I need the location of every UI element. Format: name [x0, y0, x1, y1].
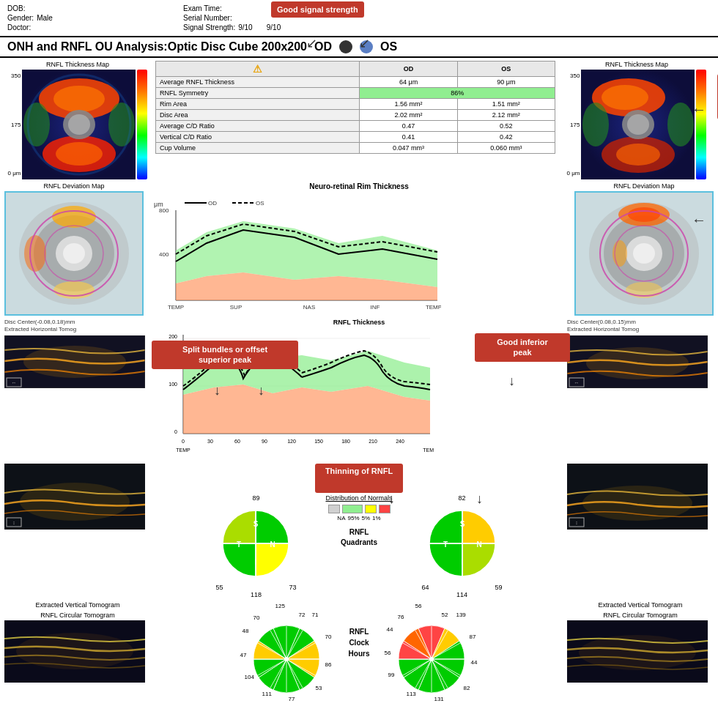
table-cell-od-avg: 64 μm: [360, 77, 457, 88]
svg-text:I: I: [461, 558, 463, 566]
vert-tomogram-left-label: Extracted Vertical Tomogram: [4, 601, 151, 609]
quadrant-left-n: 73: [289, 584, 296, 591]
legend-1: 1%: [372, 515, 381, 521]
table-cell-label: Disc Area: [156, 110, 360, 121]
signal-arrow-right: ↙: [359, 35, 370, 51]
svg-text:↕: ↕: [12, 520, 15, 525]
svg-text:↕: ↕: [575, 520, 578, 525]
scale-top-left: 350: [8, 73, 21, 79]
svg-text:120: 120: [287, 439, 296, 444]
svg-point-134: [429, 657, 434, 661]
svg-text:TEMP: TEMP: [423, 447, 434, 453]
header-left: DOB: Gender: Male Doctor:: [7, 4, 139, 31]
vert-tomogram-right: ↕: [567, 464, 708, 530]
svg-text:0: 0: [182, 439, 185, 444]
svg-point-121: [284, 657, 289, 661]
svg-text:↔: ↔: [574, 380, 580, 385]
legend-title: Distribution of Normals: [325, 494, 392, 502]
svg-point-2: [53, 86, 105, 112]
legend-na: NA: [337, 515, 345, 521]
quadrant-right-t: 59: [495, 584, 503, 591]
disc-center-right: Disc Center(0.08,0.15)mmExtracted Horizo…: [567, 319, 714, 334]
scale-mid-right: 175: [567, 122, 580, 128]
deviation-map-left-container: RNFL Deviation Map: [4, 182, 144, 316]
rnfl-map-right-container: RNFL Thickness Map 350 175 0 μm: [560, 61, 714, 179]
rnfl-thickness-container: RNFL Thickness 200 100 0: [155, 319, 563, 461]
neuro-chart: Neuro-retinal Rim Thickness μm 800 400: [148, 182, 570, 307]
legend-5-color: [365, 505, 377, 513]
quadrant-left-top-val: 89: [252, 494, 259, 502]
thinning-annotation-area: Thinning of RNFL ↓ ↓: [315, 464, 403, 493]
signal-arrow-left: ↙: [306, 35, 317, 51]
vert-tomogram-left: ↕: [4, 464, 145, 530]
rnfl-map-left-container: RNFL Thickness Map 350 175 0 μm: [4, 61, 151, 179]
table-od-header: OD: [360, 62, 457, 77]
vert-tomogram-left-area: ↕: [4, 464, 151, 531]
header-section: DOB: Gender: Male Doctor: Exam Time: Ser…: [0, 0, 718, 33]
svg-point-88: [20, 483, 130, 521]
clock-left-container: 125 72 71 70 86 53 77 111 104 47 48 70: [239, 612, 334, 707]
thinning-arrow: ←: [692, 212, 706, 229]
header-right: Exam Time: Serial Number: Signal Strengt…: [183, 4, 281, 31]
rnfl-left-title: RNFL Thickness Map: [46, 61, 109, 68]
thinning-arrow-1: ↓: [388, 491, 395, 507]
legend-5: 5%: [362, 515, 371, 521]
table-cell-label: RNFL Symmetry: [156, 88, 360, 99]
table-cell-os-avg: 90 μm: [457, 77, 555, 88]
svg-point-24: [63, 243, 85, 264]
signal-os: 9/10: [267, 23, 281, 31]
clock-left-12: 125: [275, 603, 285, 609]
table-os-header: OS: [457, 62, 555, 77]
rnfl-right-title: RNFL Thickness Map: [605, 61, 668, 68]
svg-point-58: [23, 346, 126, 378]
svg-text:100: 100: [169, 382, 177, 387]
split-bundles-annotation: Split bundles or offsetsuperior peak: [152, 341, 298, 369]
svg-text:60: 60: [234, 439, 240, 444]
quadrant-left-side-vals: 55 73: [215, 584, 296, 591]
svg-point-4: [56, 142, 103, 166]
svg-point-17: [582, 103, 609, 146]
svg-point-12: [602, 85, 648, 110]
warning-icon: ⚠: [253, 63, 262, 75]
clock-left: 125 72 71 70 86 53 77 111 104 47 48 70: [239, 612, 334, 707]
table-row: Cup Volume 0.047 mm³ 0.060 mm³: [156, 143, 555, 154]
thinning-arrow-2: ↓: [476, 491, 483, 507]
circular-tomogram-right-col: RNFL Circular Tomogram: [567, 612, 714, 707]
os-label: OS: [380, 40, 397, 53]
svg-text:T: T: [443, 541, 447, 549]
deviation-svg-right: [576, 193, 712, 314]
circular-tomogram-left-col: RNFL Circular Tomogram: [4, 612, 151, 707]
svg-point-83: [586, 347, 689, 379]
table-cell-os-vertcd: 0.42: [457, 132, 555, 143]
bottom-row: RNFL Circular Tomogram: [4, 612, 714, 707]
svg-point-104: [582, 486, 692, 521]
table-cell-label: Rim Area: [156, 99, 360, 110]
inferior-arrow: ↓: [508, 374, 515, 389]
table-cell-os-rim: 1.51 mm²: [457, 99, 555, 110]
table-row: Average C/D Ratio 0.47 0.52: [156, 121, 555, 132]
legend-95: 95%: [347, 515, 359, 521]
svg-text:INF: INF: [371, 304, 380, 311]
rnfl-map-left-svg: [22, 70, 136, 179]
clock-right-12: 56: [415, 603, 421, 609]
legend-labels: NA 95% 5% 1%: [337, 515, 380, 521]
clock-hours-section: 125 72 71 70 86 53 77 111 104 47 48 70: [155, 612, 563, 707]
split-arrow-1: ↓: [214, 383, 221, 398]
quadrant-right-top-val: 82: [459, 494, 466, 502]
deviation-svg-left: [6, 193, 142, 314]
svg-text:SUP: SUP: [230, 304, 242, 311]
vert-spacer: [155, 601, 563, 609]
signal-label: Signal Strength:: [183, 23, 235, 31]
clock-charts-row: 125 72 71 70 86 53 77 111 104 47 48 70: [239, 612, 480, 707]
color-scale-right: [696, 70, 706, 179]
table-row: Average RNFL Thickness 64 μm 90 μm: [156, 77, 555, 88]
quadrant-left: 89: [215, 494, 296, 598]
svg-text:400: 400: [159, 251, 169, 258]
serial-label: Serial Number:: [183, 14, 232, 22]
clock-svg-right: [384, 612, 479, 707]
legend-na-color: [328, 505, 340, 513]
quadrant-right-n: 64: [422, 584, 429, 591]
quadrant-charts-row: 89: [215, 494, 502, 598]
neuro-svg: μm 800 400 TEMP S: [148, 192, 441, 313]
rnfl-thickness-title: RNFL Thickness: [155, 319, 563, 326]
